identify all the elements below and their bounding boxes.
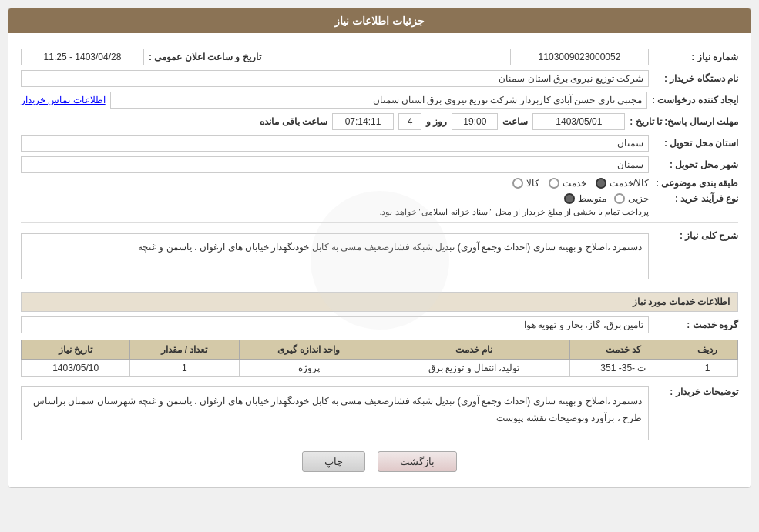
col-date: تاریخ نیاز <box>22 340 130 360</box>
process-medium-label: متوسط <box>578 193 606 204</box>
response-time-value: 19:00 <box>452 113 498 130</box>
process-radio-group: جزیی متوسط <box>21 193 649 204</box>
response-deadline-label: مهلت ارسال پاسخ: تا تاریخ : <box>630 116 738 127</box>
table-cell-5: 1403/05/10 <box>22 360 130 377</box>
page-title: جزئیات اطلاعات نیاز <box>334 15 425 27</box>
category-option-both[interactable]: کالا/خدمت <box>596 178 649 189</box>
category-kala-label: کالا <box>526 178 539 189</box>
process-partial-radio[interactable] <box>614 193 625 204</box>
process-warning: پرداخت تمام یا بخشی از مبلغ خریدار از مح… <box>21 207 649 217</box>
category-option-service[interactable]: خدمت <box>549 178 586 189</box>
response-days-label: روز و <box>426 116 447 127</box>
process-partial-label: جزیی <box>628 193 649 204</box>
buyer-notes-label: توضیحات خریدار : <box>653 383 738 397</box>
col-quantity: تعداد / مقدار <box>130 340 239 360</box>
print-button[interactable]: چاپ <box>302 451 365 472</box>
requester-org-value: شرکت توزیع نیروی برق استان سمنان <box>21 70 649 87</box>
col-name: نام خدمت <box>378 340 569 360</box>
need-description-value: دستمزد ،اصلاح و بهینه سازی (احداث وجمع آ… <box>21 233 649 279</box>
category-both-label: کالا/خدمت <box>610 178 649 189</box>
table-cell-4: 1 <box>130 360 239 377</box>
need-number-label: شماره نیاز : <box>653 52 738 62</box>
contact-link[interactable]: اطلاعات تماس خریدار <box>21 95 106 105</box>
process-medium-radio[interactable] <box>564 193 575 204</box>
response-days-value: 4 <box>398 113 421 130</box>
category-kala-radio[interactable] <box>512 178 523 189</box>
response-date: 1403/05/01 <box>532 113 625 130</box>
page-header: جزئیات اطلاعات نیاز <box>8 8 751 33</box>
table-cell-0: 1 <box>677 360 738 377</box>
delivery-city-label: شهر محل تحویل : <box>653 159 738 170</box>
category-both-radio[interactable] <box>596 178 606 189</box>
process-label: نوع فرآیند خرید : <box>653 193 738 204</box>
process-option-medium[interactable]: متوسط <box>564 193 606 204</box>
announce-date-label: تاریخ و ساعت اعلان عمومی : <box>149 52 261 62</box>
col-row: ردیف <box>677 340 738 360</box>
col-unit: واحد اندازه گیری <box>239 340 378 360</box>
need-description-label: شرح کلی نیاز : <box>653 227 738 241</box>
table-cell-3: پروژه <box>239 360 378 377</box>
category-label: طبقه بندی موضوعی : <box>653 178 738 189</box>
category-option-kala[interactable]: کالا <box>512 178 539 189</box>
requester-org-label: نام دستگاه خریدار : <box>653 73 738 84</box>
category-service-label: خدمت <box>563 178 586 189</box>
delivery-province-value: سمنان <box>21 135 649 152</box>
services-table: ردیف کد خدمت نام خدمت واحد اندازه گیری ت… <box>21 340 738 377</box>
table-cell-2: تولید، انتقال و توزیع برق <box>378 360 569 377</box>
buyer-notes-value: دستمزد ،اصلاح و بهینه سازی (احداث وجمع آ… <box>21 386 649 440</box>
table-row: 1ت -35- 351تولید، انتقال و توزیع برقپروژ… <box>22 360 738 377</box>
service-group-label: گروه خدمت : <box>653 320 738 330</box>
response-remaining-value: 07:14:11 <box>332 113 394 130</box>
col-code: کد خدمت <box>569 340 677 360</box>
services-section-title: اطلاعات خدمات مورد نیاز <box>21 292 738 312</box>
button-row: بازگشت چاپ <box>21 451 738 472</box>
category-radio-group: کالا خدمت کالا/خدمت <box>512 178 649 189</box>
table-cell-1: ت -35- 351 <box>569 360 677 377</box>
announce-date-value: 1403/04/28 - 11:25 <box>21 49 144 65</box>
service-group-value: تامین برق، گاز، بخار و تهویه هوا <box>21 316 649 333</box>
response-time-label: ساعت <box>502 116 528 127</box>
creator-value: مجتبی نازی حسن آبادی کاربرداز شرکت توزیع… <box>110 92 647 109</box>
need-number-value: 1103009023000052 <box>510 49 649 65</box>
delivery-province-label: استان محل تحویل : <box>653 138 738 149</box>
response-remaining-label: ساعت باقی مانده <box>260 116 327 127</box>
process-option-partial[interactable]: جزیی <box>614 193 649 204</box>
delivery-city-value: سمنان <box>21 156 649 173</box>
category-service-radio[interactable] <box>549 178 559 189</box>
creator-label: ایجاد کننده درخواست : <box>652 95 738 105</box>
back-button[interactable]: بازگشت <box>378 451 457 472</box>
